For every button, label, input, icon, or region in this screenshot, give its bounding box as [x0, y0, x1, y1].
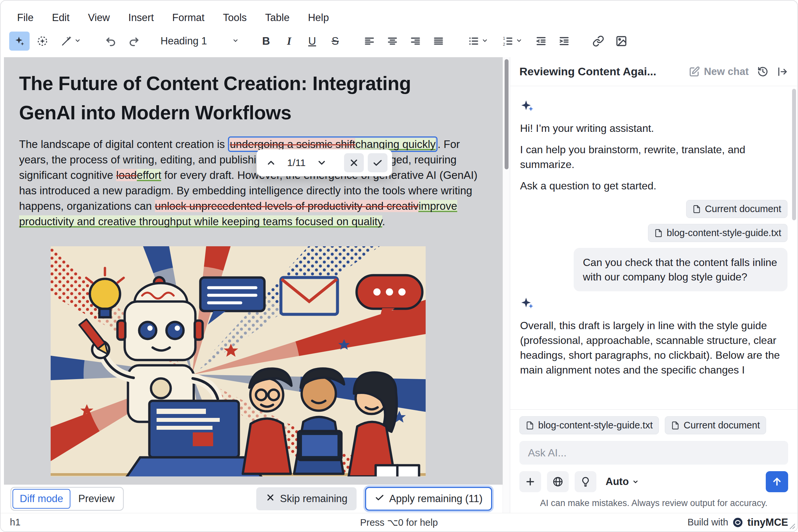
- chat-messages[interactable]: Hi! I’m your writing assistant. I can he…: [510, 86, 797, 410]
- collapse-sidebar-button[interactable]: [777, 66, 788, 77]
- chevron-down-icon: [231, 35, 239, 47]
- menu-edit[interactable]: Edit: [45, 8, 76, 27]
- diff-accept-button[interactable]: [368, 153, 388, 172]
- document-icon: [526, 421, 534, 430]
- chat-title: Reviewing Content Agai...: [519, 65, 680, 78]
- preview-button[interactable]: Preview: [71, 489, 122, 509]
- check-icon: [375, 493, 385, 505]
- apply-remaining-label: Apply remaining (11): [389, 493, 483, 505]
- web-search-button[interactable]: [547, 471, 569, 492]
- image-button[interactable]: [611, 32, 632, 51]
- document-image[interactable]: [51, 246, 426, 476]
- image-icon: [615, 35, 627, 47]
- chat-scrollbar-thumb[interactable]: [792, 89, 796, 220]
- ai-assistant-button[interactable]: [9, 32, 30, 51]
- align-justify-button[interactable]: [428, 32, 449, 51]
- diff-ins[interactable]: changing quickly: [355, 138, 435, 150]
- diff-del[interactable]: unlock unprecedented levels of productiv…: [155, 200, 419, 212]
- arrow-up-icon: [772, 476, 782, 487]
- document-paragraph[interactable]: The landscape of digital content creatio…: [19, 136, 487, 229]
- ai-improve-dropdown[interactable]: [55, 32, 87, 51]
- add-attachment-button[interactable]: [519, 471, 541, 492]
- ai-sidebar: Reviewing Content Agai... New chat: [510, 57, 797, 513]
- align-center-button[interactable]: [382, 32, 403, 51]
- user-message: Can you check that the content falls inl…: [574, 248, 787, 291]
- editor-scrollbar-thumb[interactable]: [505, 59, 508, 169]
- diff-next-button[interactable]: [312, 153, 332, 172]
- composer-chip-current-document[interactable]: Current document: [665, 416, 766, 434]
- paragraph-text: The landscape of digital content creatio…: [19, 138, 228, 150]
- composer-chip-style-guide[interactable]: blog-content-style-guide.txt: [519, 416, 659, 434]
- new-chat-button[interactable]: New chat: [689, 66, 749, 78]
- ai-sparkle-icon: [520, 99, 787, 114]
- underline-button[interactable]: U: [302, 32, 322, 51]
- context-chip-current-document[interactable]: Current document: [686, 200, 787, 218]
- svg-text:1: 1: [503, 36, 505, 41]
- diff-mode-button[interactable]: Diff mode: [13, 489, 70, 509]
- apply-remaining-button[interactable]: Apply remaining (11): [365, 487, 492, 511]
- indent-icon: [558, 35, 570, 47]
- menubar: FileEditViewInsertFormatToolsTableHelp: [1, 1, 797, 29]
- new-chat-icon: [689, 66, 700, 77]
- chip-label: blog-content-style-guide.txt: [667, 228, 781, 239]
- strikethrough-icon: S: [332, 35, 339, 48]
- menu-format[interactable]: Format: [166, 8, 211, 27]
- link-button[interactable]: [588, 32, 609, 51]
- diff-navigator: 1/11: [257, 149, 392, 176]
- bold-button[interactable]: B: [256, 32, 276, 51]
- ai-sparkle-icon: [14, 35, 25, 47]
- statusbar: h1 Press ⌥0 for help Build with tinyMCE: [1, 513, 797, 531]
- help-hint: Press ⌥0 for help: [1, 517, 797, 528]
- diff-prev-button[interactable]: [261, 153, 281, 172]
- document-icon: [671, 421, 680, 430]
- document-title[interactable]: The Future of Content Creation: Integrat…: [19, 69, 470, 127]
- redo-button[interactable]: [124, 32, 144, 51]
- editor-content[interactable]: The Future of Content Creation: Integrat…: [4, 57, 503, 484]
- menu-tools[interactable]: Tools: [217, 8, 253, 27]
- strikethrough-button[interactable]: S: [325, 32, 346, 51]
- ideas-button[interactable]: [575, 471, 596, 492]
- italic-button[interactable]: I: [279, 32, 299, 51]
- context-chip-style-guide[interactable]: blog-content-style-guide.txt: [648, 224, 787, 242]
- close-icon: [349, 157, 359, 168]
- diff-del[interactable]: undergoing a seismic shift: [230, 138, 356, 150]
- toolbar: Heading 1 B I U S: [1, 29, 797, 57]
- editor-scrollbar[interactable]: [503, 57, 510, 513]
- diff-del[interactable]: load: [116, 169, 136, 181]
- chevron-down-icon: [481, 37, 489, 46]
- diff-reject-button[interactable]: [344, 153, 364, 172]
- assistant-message: I can help you brainstorm, rewrite, tran…: [520, 142, 787, 172]
- model-select[interactable]: Auto: [606, 476, 639, 488]
- numbered-list-button[interactable]: 12: [497, 32, 528, 51]
- collapse-right-icon: [777, 66, 788, 77]
- send-button[interactable]: [766, 471, 788, 492]
- outdent-button[interactable]: [531, 32, 551, 51]
- indent-button[interactable]: [554, 32, 574, 51]
- align-right-button[interactable]: [405, 32, 426, 51]
- history-icon: [757, 66, 768, 77]
- menu-insert[interactable]: Insert: [122, 8, 161, 27]
- undo-icon: [105, 35, 117, 47]
- bullet-list-button[interactable]: [463, 32, 494, 51]
- undo-button[interactable]: [101, 32, 121, 51]
- assistant-reply: Overall, this draft is largely in line w…: [520, 318, 787, 378]
- skip-remaining-button[interactable]: Skip remaining: [256, 487, 356, 510]
- menu-file[interactable]: File: [11, 8, 40, 27]
- format-select[interactable]: Heading 1: [158, 32, 242, 51]
- menu-view[interactable]: View: [81, 8, 116, 27]
- align-justify-icon: [432, 35, 444, 47]
- branding[interactable]: Build with tinyMCE: [687, 516, 788, 528]
- italic-icon: I: [287, 35, 292, 48]
- brand-name: tinyMCE: [747, 516, 788, 528]
- chat-history-button[interactable]: [757, 66, 768, 77]
- menu-table[interactable]: Table: [259, 8, 296, 27]
- document-icon: [692, 205, 701, 213]
- bullet-list-icon: [468, 35, 480, 47]
- check-icon: [372, 157, 383, 168]
- menu-help[interactable]: Help: [301, 8, 335, 27]
- chevron-down-icon: [74, 37, 81, 46]
- diff-ins[interactable]: effort: [137, 169, 162, 181]
- align-left-button[interactable]: [359, 32, 379, 51]
- ask-ai-input[interactable]: [519, 441, 788, 464]
- ai-shortcuts-button[interactable]: [32, 32, 53, 51]
